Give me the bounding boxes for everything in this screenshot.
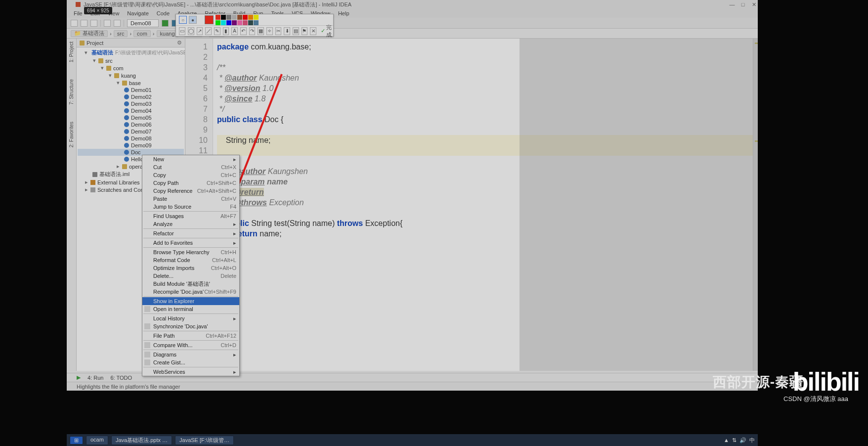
ctx-build-module-[interactable]: Build Module '基础语法' bbox=[142, 280, 239, 288]
project-tool-button[interactable]: 1: Project bbox=[68, 41, 75, 63]
crumb-1[interactable]: src bbox=[114, 30, 128, 37]
tree-kuang[interactable]: ▾ kuang bbox=[78, 72, 184, 79]
run-tool-button[interactable]: 4: Run bbox=[87, 375, 103, 381]
tree-file-Demo09[interactable]: Demo09 bbox=[78, 142, 184, 149]
tool-marker-icon[interactable]: ▮ bbox=[223, 27, 229, 35]
menu-help[interactable]: Help bbox=[336, 10, 351, 17]
tree-file-Demo02[interactable]: Demo02 bbox=[78, 93, 184, 100]
ctx-analyze[interactable]: Analyze▸ bbox=[142, 220, 239, 228]
tool-pen-icon[interactable]: ✎ bbox=[214, 27, 220, 35]
tool-blur-icon[interactable]: ▦ bbox=[258, 27, 264, 35]
tree-file-Demo03[interactable]: Demo03 bbox=[78, 100, 184, 107]
tree-file-Demo07[interactable]: Demo07 bbox=[78, 128, 184, 135]
tree-file-Demo06[interactable]: Demo06 bbox=[78, 121, 184, 128]
color-swatch[interactable] bbox=[254, 20, 259, 25]
windows-taskbar[interactable]: ⊞ ocamJava基础语法.pptx …JavaSE [F:\班级管… ▲ ⇅… bbox=[67, 434, 758, 446]
ctx-browse-type-hierarchy[interactable]: Browse Type HierarchyCtrl+H bbox=[142, 248, 239, 256]
tool-arrow-icon[interactable]: ↗ bbox=[197, 27, 203, 35]
tool-cancel-icon[interactable]: ✕ bbox=[310, 27, 316, 35]
open-button[interactable] bbox=[71, 20, 78, 27]
ctx-webservices[interactable]: WebServices▸ bbox=[142, 368, 239, 376]
color-swatch[interactable] bbox=[248, 15, 253, 20]
ctx-recompile-doc-java-[interactable]: Recompile 'Doc.java'Ctrl+Shift+F9 bbox=[142, 288, 239, 296]
current-color-swatch[interactable] bbox=[205, 15, 214, 24]
start-button[interactable]: ⊞ bbox=[70, 436, 83, 445]
ctx-show-in-explorer[interactable]: Show in Explorer bbox=[142, 297, 239, 305]
ctx-optimize-imports[interactable]: Optimize ImportsCtrl+Alt+O bbox=[142, 264, 239, 272]
tree-file-Demo08[interactable]: Demo08 bbox=[78, 135, 184, 142]
editor[interactable]: 1234567891011 package com.kuang.base;/**… bbox=[185, 39, 758, 371]
run-button[interactable] bbox=[162, 20, 169, 27]
shape-circle-icon[interactable]: ○ bbox=[179, 16, 187, 24]
shape-dot-icon[interactable]: ● bbox=[189, 16, 197, 24]
ctx-paste[interactable]: PasteCtrl+V bbox=[142, 195, 239, 203]
ctx-cut[interactable]: CutCtrl+X bbox=[142, 163, 239, 171]
tree-com[interactable]: ▾ com bbox=[78, 64, 184, 72]
favorites-tool-button[interactable]: 2: Favorites bbox=[68, 121, 75, 148]
tool-rectangle-icon[interactable]: ▭ bbox=[179, 27, 185, 35]
refresh-button[interactable] bbox=[90, 20, 97, 27]
ctx-copy[interactable]: CopyCtrl+C bbox=[142, 171, 239, 179]
tray-icon[interactable]: ▲ bbox=[724, 437, 729, 443]
color-swatch[interactable] bbox=[243, 20, 248, 25]
save-button[interactable] bbox=[81, 20, 87, 27]
tool-pin-icon[interactable]: ⚑ bbox=[302, 27, 308, 35]
tree-file-Demo01[interactable]: Demo01 bbox=[78, 87, 184, 93]
ctx-copy-path[interactable]: Copy PathCtrl+Shift+C bbox=[142, 179, 239, 187]
tool-counter-icon[interactable]: ✧ bbox=[266, 27, 273, 35]
color-swatch[interactable] bbox=[226, 20, 231, 25]
tool-undo-icon[interactable]: ↶ bbox=[240, 27, 247, 35]
crumb-0[interactable]: 📁 基础语法 bbox=[71, 30, 108, 37]
breadcrumb[interactable]: 📁 基础语法›src›com›kuang›base›Doc bbox=[67, 29, 758, 39]
taskbar-item[interactable]: ocam bbox=[86, 436, 108, 445]
color-swatch[interactable] bbox=[248, 20, 253, 25]
color-swatch[interactable] bbox=[216, 15, 220, 20]
color-swatch[interactable] bbox=[216, 20, 220, 25]
ctx-refactor[interactable]: Refactor▸ bbox=[142, 229, 239, 237]
tree-src[interactable]: ▾ src bbox=[78, 57, 184, 64]
ctx-add-to-favorites[interactable]: Add to Favorites▸ bbox=[142, 239, 239, 247]
color-swatch[interactable] bbox=[237, 20, 242, 25]
ctx-copy-reference[interactable]: Copy ReferenceCtrl+Alt+Shift+C bbox=[142, 187, 239, 195]
taskbar-item[interactable]: JavaSE [F:\班级管… bbox=[175, 436, 234, 445]
run-config-combo[interactable]: Demo08 bbox=[127, 19, 159, 27]
tool-ellipse-icon[interactable]: ◯ bbox=[188, 27, 194, 35]
tree-file-Demo04[interactable]: Demo04 bbox=[78, 107, 184, 114]
complete-button[interactable]: ✓完成 bbox=[321, 24, 333, 39]
context-menu[interactable]: New▸CutCtrl+XCopyCtrl+CCopy PathCtrl+Shi… bbox=[142, 155, 240, 376]
close-button[interactable]: ✕ bbox=[750, 1, 758, 8]
menubar[interactable]: FileEditViewNavigateCodeAnalyzeRefactorB… bbox=[67, 9, 758, 18]
ctx-create-gist-[interactable]: Create Gist... bbox=[142, 358, 239, 366]
annotation-toolbar[interactable]: ○ ● ▭ ◯ ↗ ／ ✎ ▮ A ↶ ↷ ▦ ✧ ✂ ⬇ ▤ ⚑ ✕ ✓完成 bbox=[175, 14, 334, 37]
color-swatch[interactable] bbox=[226, 15, 231, 20]
color-swatch[interactable] bbox=[254, 15, 259, 20]
color-swatch[interactable] bbox=[243, 15, 248, 20]
tree-file-Demo05[interactable]: Demo05 bbox=[78, 114, 184, 121]
ime-icon[interactable]: 中 bbox=[749, 437, 755, 444]
ctx-file-path[interactable]: File PathCtrl+Alt+F12 bbox=[142, 332, 239, 340]
back-button[interactable] bbox=[104, 20, 111, 27]
color-swatch[interactable] bbox=[232, 15, 237, 20]
color-palette[interactable] bbox=[216, 15, 260, 25]
ctx-compare-with-[interactable]: Compare With...Ctrl+D bbox=[142, 341, 239, 349]
crumb-3[interactable]: kuang bbox=[157, 30, 178, 37]
color-swatch[interactable] bbox=[232, 20, 237, 25]
menu-code[interactable]: Code bbox=[155, 10, 172, 17]
tool-save-icon[interactable]: ▤ bbox=[293, 27, 299, 35]
tool-line-icon[interactable]: ／ bbox=[205, 27, 212, 35]
tree-root[interactable]: ▾ 基础语法 F:\班级管理\周课程\代码\JavaSE\基础语法 bbox=[78, 48, 184, 57]
menu-file[interactable]: File bbox=[72, 10, 85, 17]
color-swatch[interactable] bbox=[237, 15, 242, 20]
forward-button[interactable] bbox=[114, 20, 121, 27]
tool-download-icon[interactable]: ⬇ bbox=[284, 27, 290, 35]
crumb-2[interactable]: com bbox=[133, 30, 151, 37]
todo-tool-button[interactable]: 6: TODO bbox=[110, 375, 132, 381]
volume-icon[interactable]: 🔊 bbox=[739, 437, 746, 444]
color-swatch[interactable] bbox=[221, 15, 226, 20]
ctx-diagrams[interactable]: Diagrams▸ bbox=[142, 351, 239, 358]
ctx-reformat-code[interactable]: Reformat CodeCtrl+Alt+L bbox=[142, 256, 239, 264]
tool-redo-icon[interactable]: ↷ bbox=[249, 27, 256, 35]
gear-icon[interactable]: ⚙ bbox=[177, 40, 182, 46]
ctx-new[interactable]: New▸ bbox=[142, 155, 239, 163]
ctx-find-usages[interactable]: Find UsagesAlt+F7 bbox=[142, 212, 239, 220]
